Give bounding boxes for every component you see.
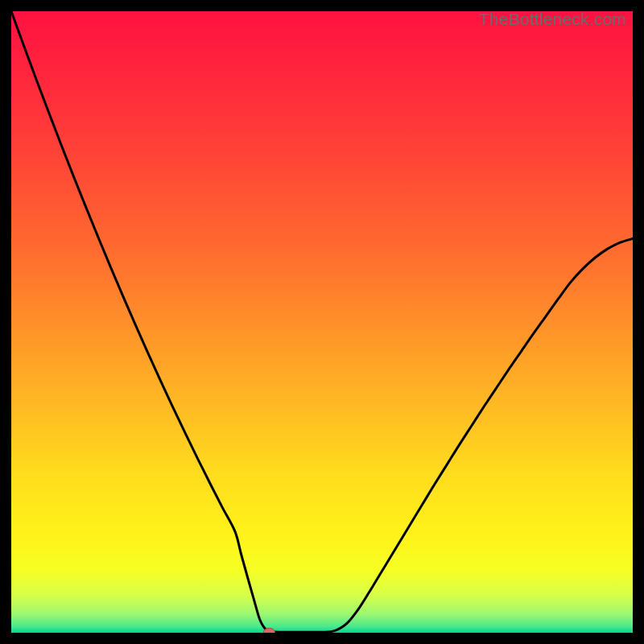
- chart-frame: TheBottleneck.com: [11, 11, 633, 633]
- optimal-point-marker: [263, 628, 275, 633]
- bottleneck-chart: [11, 11, 633, 633]
- watermark-text: TheBottleneck.com: [479, 10, 626, 29]
- chart-background: [11, 11, 633, 633]
